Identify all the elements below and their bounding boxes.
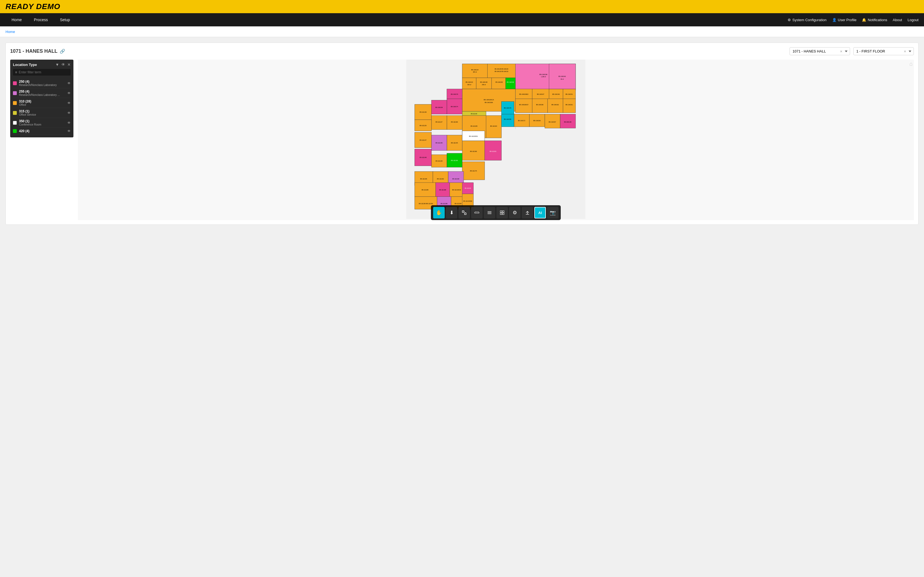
map-home-icon[interactable]: ⌂	[909, 61, 913, 67]
fit-icon	[462, 210, 467, 215]
panel-eye-icon[interactable]: 👁	[61, 62, 65, 67]
svg-rect-131	[500, 213, 502, 214]
svg-text:B5-1E139: B5-1E139	[420, 111, 426, 113]
svg-rect-35	[515, 98, 532, 113]
svg-text:B5-1W136: B5-1W136	[540, 73, 548, 75]
location-code: 310 (28)	[19, 100, 31, 103]
svg-text:60 sf: 60 sf	[561, 78, 564, 80]
location-panel-header: Location Type ▼ 👁 ✕	[13, 62, 71, 67]
svg-text:B5-1W166: B5-1W166	[536, 104, 543, 105]
external-link-icon[interactable]: 🔗	[60, 48, 65, 54]
svg-text:B5-1E189: B5-1E189	[455, 203, 462, 205]
svg-text:B5-1E100: B5-1E100	[465, 187, 471, 189]
svg-text:B5-1W161: B5-1W161	[565, 104, 573, 105]
visibility-toggle-315[interactable]: 👁	[67, 111, 71, 115]
location-name: Conference Room	[19, 123, 41, 126]
floor-plan-svg[interactable]: B5-1W136 1,180 sf B5-1W124 384 sf B5-1W1…	[78, 60, 914, 219]
svg-rect-130	[502, 211, 504, 213]
data-button[interactable]	[496, 207, 508, 218]
svg-text:B5-1E127: B5-1E127	[436, 121, 443, 123]
svg-text:B5-1W130: B5-1W130	[507, 81, 514, 83]
bell-icon: 🔔	[862, 18, 866, 22]
panel-collapse-icon[interactable]: ▼	[55, 62, 59, 67]
nav-process[interactable]: Process	[28, 13, 54, 26]
floor-clear-button[interactable]: ×	[904, 49, 906, 53]
svg-text:B5-1E125: B5-1E125	[420, 125, 426, 126]
svg-rect-37	[532, 98, 548, 113]
map-container: Location Type ▼ 👁 ✕ ≡ 2	[10, 60, 914, 220]
export-icon	[525, 210, 530, 215]
location-name: Office Service	[19, 113, 36, 116]
visibility-toggle-310[interactable]: 👁	[67, 101, 71, 105]
nav-right: ⚙ System Configuration 👤 User Profile 🔔 …	[788, 18, 919, 22]
list-item: 315 (1) Office Service 👁	[13, 108, 71, 118]
nav-notifications[interactable]: 🔔 Notifications	[862, 18, 887, 22]
pan-button[interactable]: ✋	[433, 207, 445, 218]
svg-text:B5-1E180 B5-1E184: B5-1E180 B5-1E184	[419, 203, 433, 205]
nav-user-profile[interactable]: 👤 User Profile	[832, 18, 857, 22]
data-icon	[500, 210, 505, 215]
svg-text:B5-1E100DE: B5-1E100DE	[464, 200, 472, 202]
gear-icon: ⚙	[788, 18, 791, 22]
visibility-toggle-250[interactable]: 👁	[67, 81, 71, 85]
location-code: 420 (4)	[19, 129, 29, 133]
location-panel-title: Location Type	[13, 63, 37, 67]
user-icon: 👤	[832, 18, 837, 22]
svg-text:B5-1W148: B5-1W148	[480, 81, 487, 83]
svg-rect-41	[563, 98, 575, 113]
building-clear-button[interactable]: ×	[840, 49, 842, 53]
visibility-toggle-350[interactable]: 👁	[67, 121, 71, 125]
location-code: 255 (4)	[19, 90, 60, 93]
filter-lines-icon: ≡	[15, 70, 17, 74]
svg-text:B5-1E190: B5-1E190	[452, 178, 459, 180]
layers-button[interactable]	[484, 207, 495, 218]
location-name: Office	[19, 103, 31, 106]
svg-rect-119	[464, 213, 466, 214]
export-button[interactable]	[522, 207, 533, 218]
svg-text:305 sf: 305 sf	[467, 84, 471, 85]
layers-icon	[487, 210, 492, 215]
filter-row: ≡	[13, 69, 71, 76]
floor-map-wrapper[interactable]: ⌂ B5-1W136 1,180 sf B5-1W124 384 sf B5-	[78, 60, 914, 220]
svg-rect-129	[500, 211, 502, 213]
svg-text:B5-1W185: B5-1W185	[496, 81, 503, 83]
location-name: Research/Nonclass Laboratory ...	[19, 93, 60, 97]
svg-text:B5-1E148: B5-1E148	[420, 156, 426, 158]
dropdowns-row: × 1071 - HANES HALL × 1 - FIRST FLOOR	[790, 47, 914, 55]
svg-text:B5-1E145: B5-1E145	[451, 142, 458, 144]
svg-text:B5-1E100D1: B5-1E100D1	[469, 135, 478, 137]
filter-input[interactable]	[19, 70, 68, 74]
location-code: 315 (1)	[19, 110, 36, 113]
list-item: 310 (28) Office 👁	[13, 98, 71, 108]
move-down-button[interactable]: ⬇	[446, 207, 457, 218]
visibility-toggle-255[interactable]: 👁	[67, 91, 71, 95]
nav-setup[interactable]: Setup	[54, 13, 76, 26]
nav-system-config[interactable]: ⚙ System Configuration	[788, 18, 826, 22]
svg-text:B5-1W109: B5-1W109	[435, 106, 443, 108]
floor-dropdown-wrapper: × 1 - FIRST FLOOR	[853, 47, 914, 55]
svg-text:B5-1W172: B5-1W172	[518, 120, 525, 121]
nav-about[interactable]: About	[893, 18, 902, 22]
visibility-toggle-420[interactable]: 👁	[67, 129, 71, 133]
svg-text:B5-1W100CA: B5-1W100CA	[484, 98, 494, 101]
ai-button[interactable]: AI	[534, 207, 546, 218]
svg-text:B5-1E175: B5-1E175	[470, 170, 477, 172]
breadcrumb-home[interactable]: Home	[5, 30, 15, 34]
svg-text:B5-1W132 B5-1W133: B5-1W132 B5-1W133	[495, 71, 509, 72]
svg-text:B5-1W157: B5-1W157	[549, 121, 556, 123]
nav-home[interactable]: Home	[5, 13, 28, 26]
svg-text:B5-1W140: B5-1W140	[559, 76, 566, 77]
svg-text:B5-1W170: B5-1W170	[504, 107, 511, 109]
fit-button[interactable]	[459, 207, 470, 218]
svg-rect-39	[548, 98, 563, 113]
svg-text:B5-1W100A: B5-1W100A	[485, 102, 493, 103]
camera-button[interactable]: 📷	[547, 207, 559, 218]
panel-close-icon[interactable]: ✕	[67, 62, 71, 67]
svg-text:B5-1W149: B5-1W149	[552, 93, 560, 95]
measure-button[interactable]	[471, 207, 483, 218]
svg-text:B5-1E196: B5-1E196	[451, 121, 458, 123]
color-swatch-255	[13, 91, 17, 95]
settings-button[interactable]: ⚙	[509, 207, 520, 218]
nav-logout[interactable]: Logout	[908, 18, 919, 22]
svg-rect-13	[476, 78, 492, 89]
